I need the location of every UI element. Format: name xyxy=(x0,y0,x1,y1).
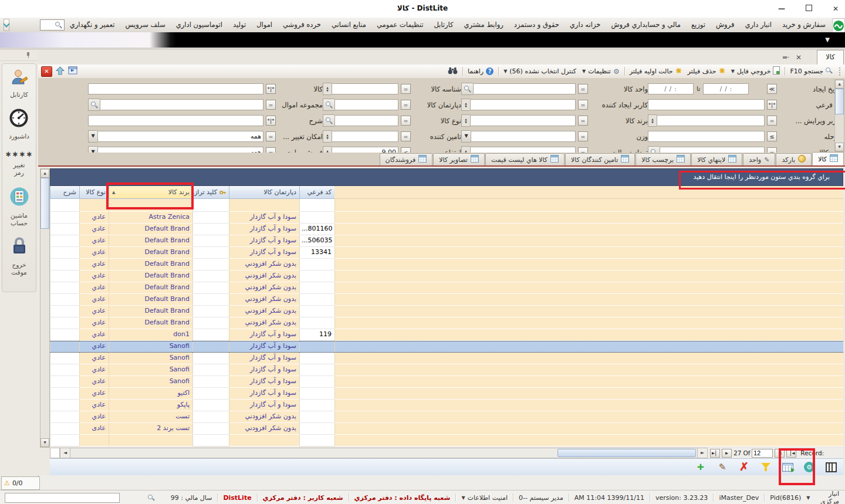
toolbar-export-file-button[interactable]: خروجي فايل▼ xyxy=(728,66,783,77)
record-last-button[interactable]: ►▏ xyxy=(710,449,720,458)
up-arrow-icon[interactable] xyxy=(56,66,65,77)
chevron-down-icon[interactable]: ▼ xyxy=(88,146,97,153)
record-next-button[interactable]: ► xyxy=(722,449,732,458)
spinner-icon[interactable]: ▲▼ xyxy=(648,114,657,127)
spinner-icon[interactable]: ▲▼ xyxy=(461,99,470,111)
tab-6[interactable]: كالا هاي ليست قيمت xyxy=(485,153,565,165)
columns-button[interactable] xyxy=(824,461,837,473)
tab-4[interactable]: برچسب كالا xyxy=(636,153,691,165)
chevron-down-icon[interactable] xyxy=(4,19,9,31)
filter-input[interactable] xyxy=(657,115,765,126)
tab-1[interactable]: باركد xyxy=(776,153,812,165)
date-input[interactable]: / / : xyxy=(703,83,749,94)
filter-input[interactable] xyxy=(473,83,576,94)
table-row[interactable]: بدون شكر افزودنيDefault Brandعادي xyxy=(50,270,843,282)
table-row[interactable]: سودا و آب گازدارSanofiعادي xyxy=(50,364,843,376)
spinner-icon[interactable]: ▲▼ xyxy=(461,146,470,153)
scrollbar-thumb[interactable] xyxy=(557,449,696,457)
filter-operator-button[interactable]: = xyxy=(266,100,276,110)
pin-icon[interactable] xyxy=(25,52,31,58)
filter-input[interactable] xyxy=(332,131,398,142)
table-row[interactable]: ...801160سودا و آب گازدارDefault Brandعا… xyxy=(50,224,843,235)
filter-input[interactable] xyxy=(334,115,398,126)
table-row[interactable]: سودا و آب گازدارپاپكوعادي xyxy=(50,400,843,411)
close-red-button[interactable]: ✕ xyxy=(41,66,52,77)
menu-item[interactable]: سفارش و خريد xyxy=(777,18,831,32)
sidebar-item-lock[interactable]: خروج موقت xyxy=(11,236,28,276)
scroll-left-icon[interactable]: ◄ xyxy=(60,448,70,458)
toolbar-find-button[interactable] xyxy=(445,66,461,77)
table-row[interactable]: سودا و آب گازدارSanofiعادي xyxy=(50,376,843,388)
scroll-up-icon[interactable]: ▲ xyxy=(835,80,844,89)
menu-item[interactable]: كارتابل xyxy=(428,18,458,32)
toolbar-initial-filter-state-button[interactable]: حالت اوليه فيلتر xyxy=(627,66,685,77)
filter-operator-button[interactable]: < xyxy=(401,147,411,153)
grid-settings-button[interactable]: ⚙ xyxy=(803,461,816,473)
tab-8[interactable]: فروشندگان xyxy=(380,153,433,165)
spinner-icon[interactable]: ▲▼ xyxy=(323,83,332,95)
alert-counter[interactable]: ⚠ 0/0 xyxy=(1,476,40,490)
filter-input[interactable] xyxy=(88,83,263,94)
menu-search[interactable] xyxy=(40,19,65,31)
filter-operator-button[interactable]: = xyxy=(401,100,411,110)
filter-operator-button[interactable]: = xyxy=(767,116,777,126)
menu-item[interactable]: مالي و حسابداري فروش xyxy=(606,18,686,32)
menu-search-input[interactable] xyxy=(42,21,105,29)
delete-record-button[interactable]: ✗ xyxy=(738,461,751,473)
toolbar-search-button[interactable]: جستجو F10 xyxy=(787,66,835,77)
sidebar-item-gauge[interactable]: داشبورد xyxy=(9,108,29,140)
filter-input[interactable]: همه xyxy=(97,147,263,153)
strip-dropdown-icon[interactable]: ▼ xyxy=(825,36,830,43)
sidebar-item-asterisks[interactable]: ∗∗∗∗تغيير رمز xyxy=(5,150,33,177)
toolbar-help-button[interactable]: ?راهنما xyxy=(465,66,496,77)
group-by-bar[interactable]: براي گروه بندي ستون موردنظر را اينجا انت… xyxy=(50,168,843,186)
table-row[interactable]: ...506035سودا و آب گازدارDefault Brandعا… xyxy=(50,235,843,247)
filter-operator-button[interactable]: = xyxy=(578,84,588,94)
filter-input[interactable] xyxy=(470,115,576,126)
scrollbar-thumb[interactable] xyxy=(40,178,49,229)
filter-operator-button[interactable]: = xyxy=(266,131,276,141)
scrollbar-thumb[interactable] xyxy=(835,89,844,114)
export-grid-button[interactable] xyxy=(781,461,794,473)
menu-item[interactable]: انبار داري xyxy=(739,18,776,32)
filter-input[interactable]: 9.00 xyxy=(332,147,398,153)
filter-operator-button[interactable]: = xyxy=(266,147,276,153)
column-header-2[interactable]: كليد ترازو xyxy=(192,186,229,199)
record-current-input[interactable] xyxy=(752,449,773,458)
table-row[interactable]: بدون شكر افزودنيتست برند 2عادى xyxy=(50,423,843,435)
filter-input[interactable] xyxy=(470,99,576,110)
minimize-button[interactable]: — xyxy=(777,4,786,13)
menu-item[interactable]: فروش xyxy=(711,18,739,32)
chevron-down-icon[interactable]: ▼ xyxy=(461,130,471,143)
table-row[interactable]: بدون شكر افزودنيDefault Brandعادي xyxy=(50,317,843,329)
filter-operator-button[interactable]: = xyxy=(767,147,777,153)
table-row[interactable]: بدون شكر افزودنيDefault Brandعادي xyxy=(50,294,843,306)
menu-item[interactable]: روابط مشتري xyxy=(459,18,509,32)
lookup-search-icon[interactable] xyxy=(88,99,100,111)
panel-tab[interactable]: كالا xyxy=(817,50,844,65)
table-row[interactable] xyxy=(50,435,843,447)
date-input[interactable]: / / : xyxy=(648,83,694,94)
filter-button[interactable] xyxy=(759,461,772,473)
filter-operator-button[interactable]: = xyxy=(578,116,588,126)
filter-input[interactable]: همه xyxy=(97,131,263,142)
filter-input[interactable] xyxy=(100,99,263,110)
filter-operator-button[interactable]: *|* xyxy=(767,100,777,110)
filter-operator-button[interactable]: ≪ xyxy=(767,84,777,94)
filter-operator-button[interactable]: ≤ xyxy=(767,131,777,141)
close-button[interactable]: ✕ xyxy=(831,4,840,13)
app-logo-icon[interactable] xyxy=(832,18,845,33)
toolbar-remove-filter-button[interactable]: حذف فيلتر xyxy=(685,66,728,77)
filter-operator-button[interactable]: = xyxy=(578,131,588,141)
table-row[interactable]: بدون شكر افزودنيDefault Brandعادي xyxy=(50,306,843,317)
lookup-search-icon[interactable] xyxy=(461,83,473,95)
filter-scrollbar[interactable]: ▲ ▼ xyxy=(834,79,844,152)
filter-operator-button[interactable]: = xyxy=(578,147,588,153)
spinner-icon[interactable]: ▲▼ xyxy=(323,130,332,143)
filter-input[interactable] xyxy=(648,131,765,142)
sidebar-item-user-pencil[interactable]: كارتابل xyxy=(10,69,29,99)
table-row[interactable]: بدون شكر افزودنيDefault Brandعادي xyxy=(50,282,843,294)
table-row[interactable] xyxy=(50,199,843,212)
lookup-search-icon[interactable] xyxy=(323,114,334,127)
filter-input[interactable] xyxy=(88,115,263,126)
